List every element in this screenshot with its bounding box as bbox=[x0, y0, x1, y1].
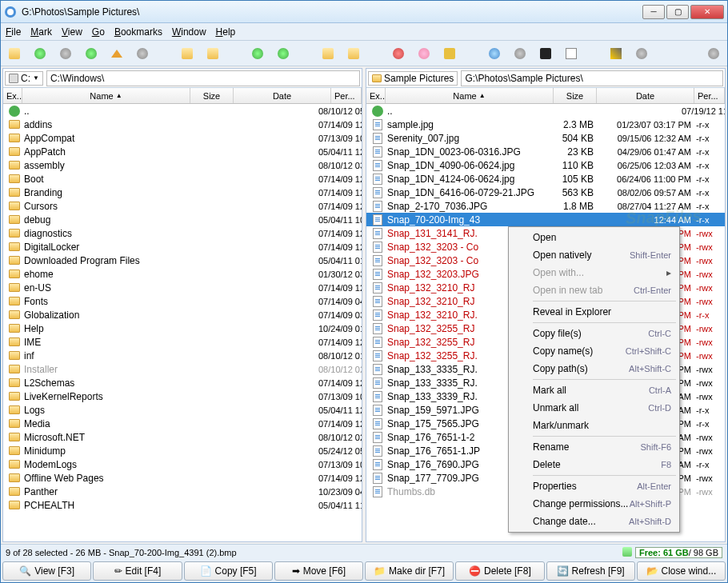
list-row[interactable]: L2Schemas07/14/09 12:52 AMdrwx bbox=[3, 376, 362, 389]
ctx-properties[interactable]: PropertiesAlt-Enter bbox=[510, 477, 678, 495]
list-row[interactable]: Snap_2-170_7036.JPG1.8 MB08/27/04 11:27 … bbox=[366, 199, 725, 213]
ctx-unmark-all[interactable]: Unmark allCtrl-D bbox=[510, 399, 678, 417]
list-row[interactable]: Installer08/10/12 02:06 PMdrwx bbox=[3, 362, 362, 376]
menu-help[interactable]: Help bbox=[216, 26, 236, 38]
btn-close-wind-[interactable]: 📂Close wind... bbox=[637, 561, 726, 581]
menu-bookmarks[interactable]: Bookmarks bbox=[114, 26, 162, 38]
list-row[interactable]: Boot07/14/09 12:52 AMdrwx bbox=[3, 172, 362, 186]
list-row[interactable]: addins07/14/09 12:52 AMdrwx bbox=[3, 118, 362, 131]
left-file-list[interactable]: ..08/10/12 05:20 PMaddins07/14/09 12:52 … bbox=[3, 104, 362, 541]
ctx-rename[interactable]: RenameShift-F6 bbox=[510, 438, 678, 456]
ctx-copy-file-s-[interactable]: Copy file(s)Ctrl-C bbox=[510, 325, 678, 342]
net-icon[interactable] bbox=[513, 46, 527, 61]
list-row[interactable]: Cursors07/14/09 12:54 AMdrwx bbox=[3, 199, 362, 213]
list-row[interactable]: Logs05/04/11 12:17 PMdrwx bbox=[3, 403, 362, 417]
list-row[interactable]: Offline Web Pages07/14/09 12:54 AMdrwx bbox=[3, 471, 362, 485]
list-row[interactable]: Panther10/23/09 04:27 PMdrwx bbox=[3, 485, 362, 498]
fav2-icon[interactable] bbox=[417, 46, 431, 61]
list-row[interactable]: PCHEALTH05/04/11 11:01 AMdrwx bbox=[3, 498, 362, 512]
ctx-delete[interactable]: DeleteF8 bbox=[510, 456, 678, 473]
left-drive-combo[interactable]: C: ▼ bbox=[5, 71, 43, 86]
ctx-reveal-in-explorer[interactable]: Reveal in Explorer bbox=[510, 303, 678, 321]
list-row[interactable]: AppPatch05/04/11 12:50 PMdrwx bbox=[3, 145, 362, 158]
list-row[interactable]: ..08/10/12 05:20 PM bbox=[3, 104, 362, 118]
ctx-mark-unmark[interactable]: Mark/unmark bbox=[510, 417, 678, 434]
left-header-size[interactable]: Size bbox=[190, 88, 234, 103]
list-row[interactable]: debug05/04/11 10:41 AMdrwx bbox=[3, 213, 362, 226]
box2-icon[interactable] bbox=[346, 46, 361, 61]
list-row[interactable]: inf08/10/12 01:28 PMdrwx bbox=[3, 349, 362, 362]
key-icon[interactable] bbox=[442, 46, 457, 61]
ctx-mark-all[interactable]: Mark allCtrl-A bbox=[510, 381, 678, 399]
list-row[interactable]: diagnostics07/14/09 12:52 AMdrwx bbox=[3, 226, 362, 240]
maximize-button[interactable]: ▢ bbox=[666, 5, 689, 19]
list-row[interactable]: Snap_1DN_4090-06-0624.jpg110 KB06/25/06 … bbox=[366, 158, 725, 172]
right-header-date[interactable]: Date bbox=[597, 88, 694, 103]
list-row[interactable]: Serenity_007.jpg504 KB09/15/06 12:32 AM-… bbox=[366, 131, 725, 145]
list-row[interactable]: Snap_1DN_6416-06-0729-21.JPG563 KB08/02/… bbox=[366, 186, 725, 199]
list-row[interactable]: Snap_1DN_4124-06-0624.jpg105 KB06/24/06 … bbox=[366, 172, 725, 186]
fav1-icon[interactable] bbox=[391, 46, 406, 61]
left-header-date[interactable]: Date bbox=[234, 88, 331, 103]
list-row[interactable]: Microsoft.NET08/10/12 02:02 PMdrwx bbox=[3, 430, 362, 444]
list-row[interactable]: sample.jpg2.3 MB01/23/07 03:17 PM-r-x bbox=[366, 118, 725, 131]
list-row[interactable]: en-US07/14/09 12:56 AMdrwx bbox=[3, 281, 362, 294]
list-row[interactable]: LiveKernelReports07/13/09 10:03 PMdrwx bbox=[3, 389, 362, 403]
opt-icon[interactable] bbox=[634, 46, 649, 61]
list-row[interactable]: Snap_70-200-Img_4312:44 AM-r-x bbox=[366, 213, 725, 226]
ctx-open[interactable]: Open bbox=[510, 229, 678, 246]
btn-make-dir-f7-[interactable]: 📁Make dir [F7] bbox=[365, 561, 454, 581]
left-header-name[interactable]: Name ▲ bbox=[22, 88, 190, 103]
sync2-icon[interactable] bbox=[276, 46, 290, 61]
list-row[interactable]: Media07/14/09 12:52 AMdrwx bbox=[3, 417, 362, 430]
folder1-icon[interactable] bbox=[180, 46, 194, 61]
list-row[interactable]: assembly08/10/12 03:00 PMdrwx bbox=[3, 158, 362, 172]
term-icon[interactable] bbox=[538, 46, 553, 61]
list-row[interactable]: Globalization07/14/09 03:54 AMdrwx bbox=[3, 308, 362, 321]
list-row[interactable]: AppCompat07/13/09 10:37 PMdrwx bbox=[3, 131, 362, 145]
list-row[interactable]: Branding07/14/09 12:52 AMdrwx bbox=[3, 186, 362, 199]
gear-icon[interactable] bbox=[706, 46, 721, 61]
list-row[interactable]: ehome01/30/12 03:31 AMdrwx bbox=[3, 267, 362, 281]
ctx-copy-path-s-[interactable]: Copy path(s)Alt+Shift-C bbox=[510, 360, 678, 377]
list-row[interactable]: Minidump05/24/12 05:00 PMdrwx bbox=[3, 444, 362, 457]
right-folder-label[interactable]: Sample Pictures bbox=[368, 71, 458, 86]
mail-icon[interactable] bbox=[564, 46, 578, 61]
menu-mark[interactable]: Mark bbox=[30, 26, 52, 38]
right-file-list[interactable]: SnapFiles ..07/19/12 11:01 AMsample.jpg2… bbox=[366, 104, 725, 541]
left-path-input[interactable] bbox=[46, 70, 360, 86]
left-header-per[interactable]: Per... bbox=[331, 88, 362, 103]
left-header-ext[interactable]: Ex.. bbox=[3, 88, 22, 103]
btn-copy-f5-[interactable]: 📄Copy [F5] bbox=[184, 561, 273, 581]
list-row[interactable]: DigitalLocker07/14/09 12:56 AMdrwx bbox=[3, 240, 362, 254]
ctx-open-natively[interactable]: Open nativelyShift-Enter bbox=[510, 246, 678, 264]
ctx-change-date-[interactable]: Change date...Alt+Shift-D bbox=[510, 513, 678, 530]
wand-icon[interactable] bbox=[609, 46, 623, 61]
go-icon[interactable] bbox=[84, 46, 98, 61]
menu-go[interactable]: Go bbox=[92, 26, 105, 38]
close-button[interactable]: ✕ bbox=[690, 5, 724, 19]
up-icon[interactable] bbox=[135, 46, 150, 61]
stop-icon[interactable] bbox=[58, 46, 73, 61]
sync1-icon[interactable] bbox=[250, 46, 265, 61]
list-row[interactable]: Help10/24/09 01:05 AMdrwx bbox=[3, 321, 362, 335]
right-header-size[interactable]: Size bbox=[554, 88, 597, 103]
right-header-name[interactable]: Name ▲ bbox=[386, 88, 554, 103]
right-header-per[interactable]: Per... bbox=[694, 88, 725, 103]
btn-delete-f8-[interactable]: ⛔Delete [F8] bbox=[455, 561, 544, 581]
folder2-icon[interactable] bbox=[206, 46, 220, 61]
menu-window[interactable]: Window bbox=[172, 26, 206, 38]
box1-icon[interactable] bbox=[321, 46, 335, 61]
right-header-ext[interactable]: Ex.. bbox=[366, 88, 386, 103]
minimize-button[interactable]: ─ bbox=[642, 5, 665, 19]
list-row[interactable]: Fonts07/14/09 04:42 PMdrwx bbox=[3, 294, 362, 308]
btn-edit-f4-[interactable]: ✏Edit [F4] bbox=[93, 561, 182, 581]
refresh-icon[interactable] bbox=[33, 46, 47, 61]
home-icon[interactable] bbox=[110, 46, 124, 61]
btn-refresh-f9-[interactable]: 🔄Refresh [F9] bbox=[546, 561, 635, 581]
list-row[interactable]: Downloaded Program Files05/04/11 01:56 P… bbox=[3, 254, 362, 267]
list-row[interactable]: Snap_1DN_0023-06-0316.JPG23 KB04/29/06 0… bbox=[366, 145, 725, 158]
menu-file[interactable]: File bbox=[6, 26, 21, 38]
disk-icon[interactable] bbox=[487, 46, 502, 61]
list-row[interactable]: IME07/14/09 12:56 AMdrwx bbox=[3, 335, 362, 349]
